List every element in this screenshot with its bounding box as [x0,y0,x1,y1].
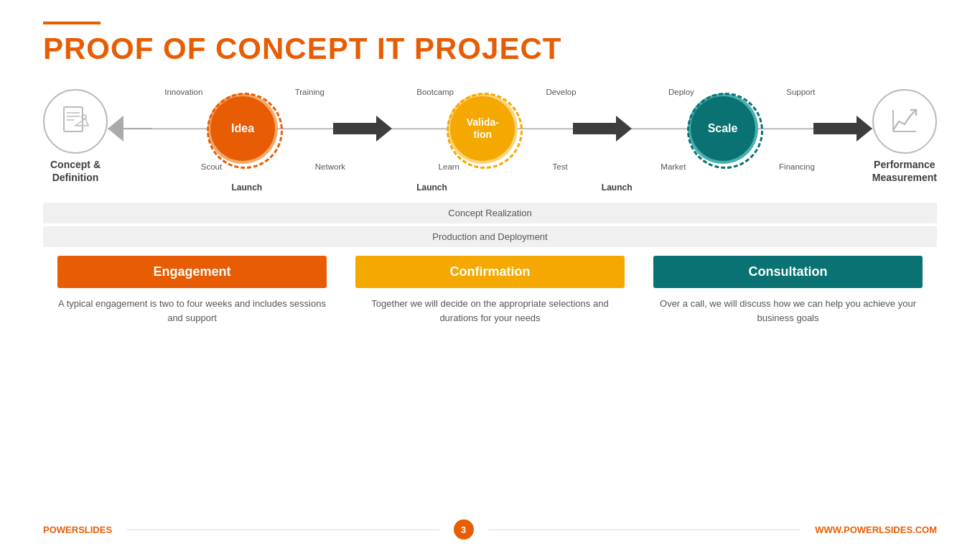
left-arrow [108,116,152,142]
info-section: Concept Realization Production and Deplo… [43,203,937,325]
idea-arc [207,93,283,169]
top-label-training: Training [295,88,325,96]
page-title: PROOF OF CONCEPT IT PROJECT [43,32,937,66]
arrow-1-shaft [333,123,376,134]
arrow-2 [573,116,632,142]
info-bar-1: Concept Realization [43,203,937,223]
info-cards: Engagement A typical engagement is two t… [43,256,937,325]
footer-page-number: 3 [454,519,474,540]
concept-icon [58,104,93,139]
footer: POWERSLIDES 3 WWW.POWERLSIDES.COM [43,519,937,540]
card-engagement-body: A typical engagement is two to four week… [57,297,327,325]
arrow-3-shaft [813,123,857,134]
bottom-label-test: Test [553,162,568,171]
card-confirmation-body: Together we will decide on the appropria… [355,297,625,325]
left-endpoint: Concept & Definition [43,89,108,184]
svg-rect-0 [64,107,83,131]
bottom-label-market: Market [661,162,686,171]
performance-icon [887,104,922,139]
card-engagement-header: Engagement [57,256,327,288]
flow-area: Innovation Training Bootcamp Develop Dep… [108,80,872,193]
card-confirmation: Confirmation Together we will decide on … [341,256,639,325]
footer-url: WWW.POWERLSIDES.COM [815,524,937,535]
header-accent-line [43,22,101,24]
validation-circle: Valida-tion [450,96,515,161]
launch-label-3: Launch [602,182,633,193]
concept-circle [43,89,108,154]
info-bars: Concept Realization Production and Deplo… [43,203,937,247]
arrow-2-shaft [573,123,616,134]
card-consultation-header: Consultation [653,256,923,288]
validation-arc [447,93,523,169]
bottom-label-scout: Scout [201,162,222,171]
launch-label-1: Launch [232,182,263,193]
arrow-2-head [616,116,632,142]
diagram-area: Concept & Definition Innovation Training… [43,80,937,193]
footer-line-left [126,529,439,530]
arrow-1-head [376,116,392,142]
footer-brand: POWERSLIDES [43,524,112,535]
concept-label: Concept & Definition [50,158,101,184]
top-label-develop: Develop [546,88,576,96]
bottom-label-network: Network [315,162,345,171]
idea-circle: Idea [210,96,275,161]
title-part2: CONCEPT IT PROJECT [215,32,561,65]
arrow-1 [333,116,392,142]
top-label-support: Support [786,88,815,96]
bottom-label-financing: Financing [779,162,815,171]
left-arrow-head [108,116,123,142]
page: PROOF OF CONCEPT IT PROJECT Concept & De… [0,0,980,551]
arrow-3-head [857,116,872,142]
scale-arc [687,93,763,169]
top-label-innovation: Innovation [164,88,202,96]
top-label-bootcamp: Bootcamp [416,88,454,96]
info-bar-2: Production and Deployment [43,226,937,247]
arrow-3 [813,116,872,142]
right-endpoint: Performance Measurement [872,89,937,184]
left-arrow-shaft [123,128,152,129]
card-engagement: Engagement A typical engagement is two t… [43,256,341,325]
footer-line-right [488,529,801,530]
launch-label-2: Launch [416,182,447,193]
performance-label: Performance Measurement [872,158,937,184]
flow-items: Idea Valida-tion [108,96,872,161]
performance-circle [872,89,937,154]
title-part1: PROOF OF [43,32,215,65]
scale-circle: Scale [691,96,755,161]
card-confirmation-header: Confirmation [355,256,625,288]
bottom-label-learn: Learn [439,162,459,171]
launch-labels-row: Launch Launch Launch x [108,182,872,193]
card-consultation: Consultation Over a call, we will discus… [639,256,937,325]
card-consultation-body: Over a call, we will discuss how we can … [653,297,923,325]
top-label-deploy: Deploy [668,88,694,96]
flow-middle: Idea Valida-tion [108,96,872,161]
